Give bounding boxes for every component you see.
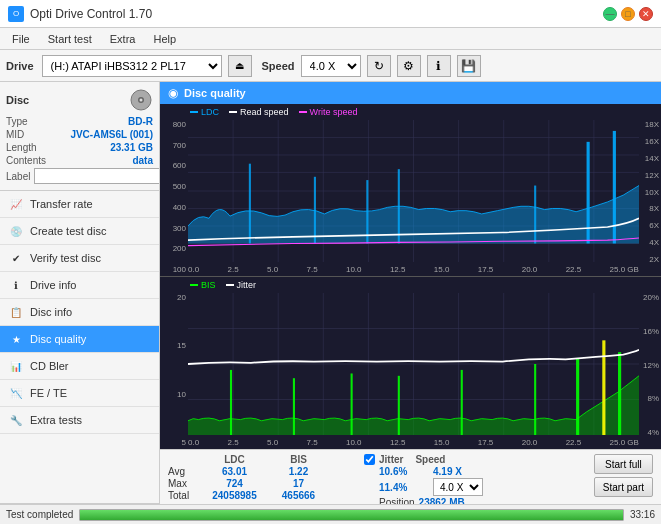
disc-contents-row: Contents data	[6, 155, 153, 166]
bx-label-100: 10.0	[346, 438, 362, 447]
jitter-legend-label: Jitter	[237, 280, 257, 290]
ldc-col-header: LDC	[202, 454, 267, 465]
top-chart-legend: LDC Read speed Write speed	[190, 107, 357, 117]
speed-label: Speed	[262, 60, 295, 72]
disc-type-value: BD-R	[128, 116, 153, 127]
x-label-200: 20.0	[522, 265, 538, 274]
sidebar-item-fe-te[interactable]: 📉 FE / TE	[0, 380, 159, 407]
disc-mid-value: JVC-AMS6L (001)	[70, 129, 153, 140]
top-chart-svg	[188, 120, 639, 262]
sidebar-item-transfer-rate[interactable]: 📈 Transfer rate	[0, 191, 159, 218]
bottom-y-right-12p: 12%	[639, 361, 661, 370]
settings-button[interactable]: ⚙	[397, 55, 421, 77]
disc-quality-label: Disc quality	[30, 333, 86, 345]
disc-info-icon: 📋	[8, 304, 24, 320]
speed-dropdown[interactable]: 4.0 X	[433, 478, 483, 496]
sidebar-item-disc-info[interactable]: 📋 Disc info	[0, 299, 159, 326]
jitter-max-row: 11.4% 4.0 X	[364, 478, 494, 496]
svg-rect-22	[366, 180, 368, 243]
bottom-chart-x-axis: 0.0 2.5 5.0 7.5 10.0 12.5 15.0 17.5 20.0…	[188, 438, 639, 447]
speed-select[interactable]: 4.0 X	[301, 55, 361, 77]
bottom-chart-canvas	[188, 293, 639, 435]
svg-rect-45	[576, 358, 579, 435]
write-speed-legend-dot	[299, 111, 307, 113]
sidebar-item-disc-quality[interactable]: ★ Disc quality	[0, 326, 159, 353]
info-button[interactable]: ℹ	[427, 55, 451, 77]
label-field-label: Label	[6, 171, 30, 182]
total-row-label: Total	[168, 490, 198, 501]
top-y-left-800: 800	[160, 120, 188, 129]
max-row-label: Max	[168, 478, 198, 489]
sidebar-item-create-test-disc[interactable]: 💿 Create test disc	[0, 218, 159, 245]
read-speed-legend-dot	[229, 111, 237, 113]
bx-label-175: 17.5	[478, 438, 494, 447]
title-bar-left: O Opti Drive Control 1.70	[8, 6, 152, 22]
bottom-bar: Test completed 33:16	[0, 504, 661, 524]
jitter-checkbox[interactable]	[364, 454, 375, 465]
disc-section-title: Disc	[6, 94, 29, 106]
time-display: 33:16	[630, 509, 655, 520]
label-input[interactable]	[34, 168, 160, 184]
sidebar-item-cd-bler[interactable]: 📊 CD Bler	[0, 353, 159, 380]
start-part-button[interactable]: Start part	[594, 477, 653, 497]
ldc-legend-label: LDC	[201, 107, 219, 117]
eject-button[interactable]: ⏏	[228, 55, 252, 77]
disc-length-label: Length	[6, 142, 37, 153]
bottom-chart-y-axis-left: 20 15 10 5	[160, 293, 188, 449]
app-icon: O	[8, 6, 24, 22]
speed-value: 4.19 X	[433, 466, 462, 477]
fe-te-label: FE / TE	[30, 387, 67, 399]
content-area: ◉ Disc quality LDC Read speed	[160, 82, 661, 524]
bottom-chart: BIS Jitter 20 15 10 5 20%	[160, 277, 661, 449]
avg-jitter-value: 10.6%	[379, 466, 429, 477]
bottom-y-right-16p: 16%	[639, 327, 661, 336]
bx-label-50: 5.0	[267, 438, 278, 447]
x-label-225: 22.5	[566, 265, 582, 274]
chart-header-icon: ◉	[168, 86, 178, 100]
refresh-button[interactable]: ↻	[367, 55, 391, 77]
top-y-left-100: 100	[160, 265, 188, 274]
drive-select[interactable]: (H:) ATAPI iHBS312 2 PL17	[42, 55, 222, 77]
save-button[interactable]: 💾	[457, 55, 481, 77]
menu-extra[interactable]: Extra	[102, 31, 144, 47]
fe-te-icon: 📉	[8, 385, 24, 401]
svg-rect-41	[351, 373, 353, 435]
sidebar-item-extra-tests[interactable]: 🔧 Extra tests	[0, 407, 159, 434]
top-chart-x-axis: 0.0 2.5 5.0 7.5 10.0 12.5 15.0 17.5 20.0…	[188, 265, 639, 274]
svg-rect-42	[398, 376, 400, 435]
svg-rect-43	[461, 370, 463, 435]
x-label-150: 15.0	[434, 265, 450, 274]
top-y-left-400: 400	[160, 203, 188, 212]
start-full-button[interactable]: Start full	[594, 454, 653, 474]
sidebar-item-verify-test-disc[interactable]: ✔ Verify test disc	[0, 245, 159, 272]
x-label-100: 10.0	[346, 265, 362, 274]
chart-title: Disc quality	[184, 87, 246, 99]
menu-file[interactable]: File	[4, 31, 38, 47]
top-y-right-4x: 4X	[639, 238, 661, 247]
label-row: Label 🔍	[6, 168, 153, 184]
minimize-button[interactable]: —	[603, 7, 617, 21]
bottom-y-right-4p: 4%	[639, 428, 661, 437]
top-y-right-14x: 14X	[639, 154, 661, 163]
x-label-125: 12.5	[390, 265, 406, 274]
verify-test-disc-icon: ✔	[8, 250, 24, 266]
close-button[interactable]: ✕	[639, 7, 653, 21]
stats-total-row: Total 24058985 465666	[168, 490, 348, 501]
top-y-right-8x: 8X	[639, 204, 661, 213]
svg-rect-46	[602, 340, 605, 435]
top-y-right-16x: 16X	[639, 137, 661, 146]
disc-mid-label: MID	[6, 129, 24, 140]
menu-start-test[interactable]: Start test	[40, 31, 100, 47]
window-controls[interactable]: — □ ✕	[603, 7, 653, 21]
bottom-chart-y-axis-right: 20% 16% 12% 8% 4%	[639, 293, 661, 437]
menu-help[interactable]: Help	[145, 31, 184, 47]
disc-length-row: Length 23.31 GB	[6, 142, 153, 153]
sidebar-item-drive-info[interactable]: ℹ Drive info	[0, 272, 159, 299]
bis-legend-dot	[190, 284, 198, 286]
sidebar-spacer	[0, 434, 159, 503]
jitter-header-row: Jitter Speed	[364, 454, 494, 465]
x-label-75: 7.5	[306, 265, 317, 274]
maximize-button[interactable]: □	[621, 7, 635, 21]
cd-bler-label: CD Bler	[30, 360, 69, 372]
read-speed-legend-label: Read speed	[240, 107, 289, 117]
